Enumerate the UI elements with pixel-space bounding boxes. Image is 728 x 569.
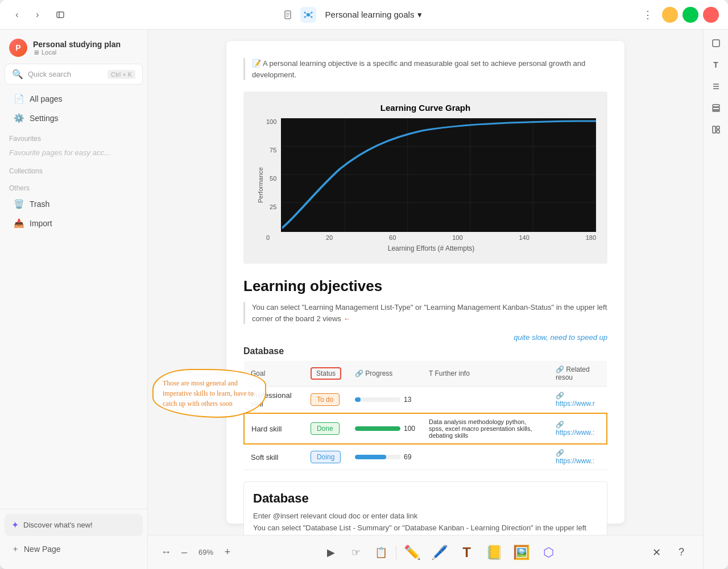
search-icon: 🔍: [12, 69, 23, 80]
sticker-marker[interactable]: 🖊️: [428, 541, 451, 564]
status-cell: Done: [304, 413, 348, 444]
doc-container[interactable]: 📝 A personal learning objective is a spe…: [148, 30, 703, 535]
workspace: P Personal studying plan 🖥 Local: [0, 34, 147, 64]
close-button[interactable]: [703, 7, 719, 23]
import-icon: 📥: [14, 218, 24, 229]
svg-line-13: [305, 16, 307, 16]
progress-cell: 13: [348, 387, 422, 414]
panel-db-button[interactable]: [707, 99, 725, 117]
col-further: T Further info: [422, 361, 549, 387]
x-axis-label: Learning Efforts (# Attempts): [266, 244, 596, 252]
nav-buttons: ‹ ›: [9, 7, 46, 23]
others-section: Others: [0, 177, 147, 194]
related-cell: 🔗 https://www.:: [549, 413, 607, 444]
sidebar-item-settings[interactable]: ⚙️ Settings: [5, 109, 143, 127]
y-axis-label: Performance: [255, 118, 266, 252]
all-pages-label: All pages: [30, 94, 63, 103]
note-tool[interactable]: 📋: [371, 542, 391, 563]
content-area: 📝 A personal learning objective is a spe…: [148, 30, 703, 569]
new-page-button[interactable]: ＋ New Page: [5, 538, 143, 560]
col-progress: 🔗 Progress: [348, 361, 422, 387]
chart-title: Learning Curve Graph: [255, 103, 596, 113]
mind-map-tab-button[interactable]: [300, 7, 316, 23]
trash-icon: 🗑️: [14, 199, 24, 209]
sticker-pencil[interactable]: ✏️: [401, 541, 424, 564]
doc-content: 📝 A personal learning objective is a spe…: [226, 41, 624, 524]
sticker-text[interactable]: T: [456, 541, 478, 564]
sidebar-item-all-pages[interactable]: 📄 All pages: [5, 90, 143, 108]
monitor-icon: 🖥: [33, 49, 39, 56]
chart-wrapper: Performance 100 75 50 25: [255, 118, 596, 252]
sidebar-icon: [56, 10, 65, 19]
close-toolbar-button[interactable]: ✕: [646, 542, 667, 563]
favourites-placeholder: Favourite pages for easy acc...: [0, 145, 147, 160]
expand-button[interactable]: ↔: [159, 546, 173, 559]
forward-button[interactable]: ›: [30, 7, 46, 23]
shape-icon: ⬡: [543, 545, 554, 560]
page-title-text: Personal learning goals: [325, 10, 415, 19]
search-bar[interactable]: 🔍 Quick search Ctrl + K: [5, 64, 143, 85]
arrow-annotation: ←: [343, 314, 350, 323]
marker-icon: 🖊️: [431, 545, 448, 560]
panel-rect-button[interactable]: [707, 34, 725, 52]
page-title-button[interactable]: Personal learning goals ▾: [321, 7, 427, 22]
sticker-note[interactable]: 📒: [483, 541, 506, 564]
panel-layout-button[interactable]: [707, 121, 725, 139]
list-icon: [712, 82, 721, 91]
new-page-label: New Page: [24, 545, 61, 554]
progress-cell: 100: [348, 413, 422, 444]
mind-map-icon: [304, 10, 313, 19]
status-cell: Doing: [304, 444, 348, 470]
chart-plot: [281, 118, 596, 232]
titlebar-left: ‹ ›: [9, 7, 68, 23]
document-tab-button[interactable]: [280, 7, 296, 23]
search-shortcut: Ctrl + K: [107, 70, 135, 79]
curve-svg: [282, 118, 596, 231]
panel-list-button[interactable]: [707, 77, 725, 95]
main-area: P Personal studying plan 🖥 Local 🔍 Quick…: [0, 30, 728, 569]
chart-area: 100 75 50 25: [266, 118, 596, 252]
more-options-button[interactable]: ⋮: [638, 6, 657, 23]
svg-rect-28: [713, 107, 719, 110]
svg-point-6: [307, 13, 310, 16]
sidebar-bottom: ✦ Discover what's new! ＋ New Page: [0, 509, 147, 564]
zoom-out-button[interactable]: –: [177, 546, 191, 559]
maximize-button[interactable]: [682, 7, 698, 23]
y-tick-75: 75: [270, 147, 276, 153]
discover-button[interactable]: ✦ Discover what's new!: [5, 514, 143, 536]
titlebar: ‹ ›: [0, 0, 728, 30]
sidebar-item-import[interactable]: 📥 Import: [5, 214, 143, 232]
back-button[interactable]: ‹: [9, 7, 25, 23]
sidebar-toggle-button[interactable]: [52, 7, 68, 23]
play-tool[interactable]: ▶: [321, 542, 341, 563]
minimize-button[interactable]: [662, 7, 678, 23]
settings-label: Settings: [30, 114, 59, 123]
pencil-icon: ✏️: [404, 545, 421, 560]
chart-container: Learning Curve Graph Performance 100 75 …: [243, 92, 607, 264]
toolbar-left: ↔ – 69% +: [159, 546, 234, 559]
sparkle-icon: ✦: [11, 520, 19, 530]
panel-text-button[interactable]: T: [707, 56, 725, 74]
help-button[interactable]: ?: [671, 542, 692, 563]
workspace-name: Personal studying plan: [33, 40, 138, 49]
rect-icon: [712, 39, 721, 48]
objectives-section: You can select "Learning Management List…: [243, 302, 607, 342]
image-icon: 🖼️: [513, 545, 530, 560]
further-cell: [422, 387, 549, 414]
svg-line-14: [310, 16, 311, 16]
hand-tool[interactable]: ☞: [346, 542, 366, 563]
toolbar-right: ✕ ?: [646, 542, 692, 563]
workspace-avatar: P: [9, 39, 27, 57]
sidebar-item-trash[interactable]: 🗑️ Trash: [5, 195, 143, 213]
y-tick-25: 25: [270, 203, 276, 210]
goal-cell: Hard skill: [244, 413, 304, 444]
sticker-shape[interactable]: ⬡: [537, 541, 560, 564]
svg-rect-31: [717, 126, 719, 129]
table-row: Professional skill To do 13: [244, 387, 607, 414]
db-label-1: Database: [243, 346, 607, 356]
toolbar-divider: [396, 546, 396, 559]
zoom-in-button[interactable]: +: [221, 546, 234, 559]
database2-heading: Database: [253, 491, 598, 506]
sticker-image[interactable]: 🖼️: [510, 541, 533, 564]
right-panel: T: [703, 30, 728, 569]
